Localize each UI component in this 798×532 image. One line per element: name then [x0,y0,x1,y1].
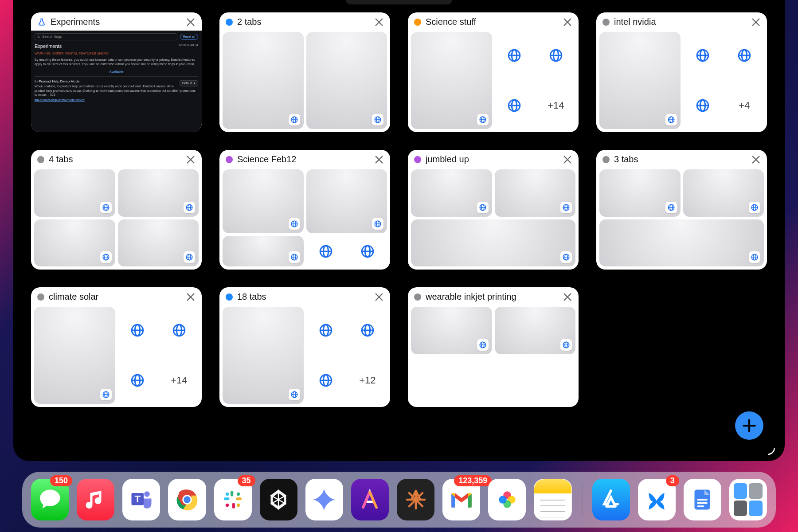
tab-group-card[interactable]: 18 tabs +12 [219,287,390,407]
tab-group-title: climate solar [49,292,181,302]
dock-app-teams[interactable]: T [122,479,160,520]
dock-app-docs[interactable] [684,479,721,520]
tab-thumbnail[interactable] [495,307,576,354]
tab-group-card[interactable]: Science stuff +14 [408,12,579,132]
more-tabs-count[interactable]: +4 [725,82,764,129]
tab-favicon [372,218,383,230]
tab-thumbnail[interactable] [348,307,387,354]
group-color-dot [37,156,44,163]
dock-app-perplexity[interactable] [260,479,297,520]
reset-all-button[interactable]: Reset all [180,34,198,39]
close-group-button[interactable] [374,17,384,27]
tab-group-header: 2 tabs [219,12,390,31]
dock-app-claude[interactable] [397,479,434,520]
tab-thumbnail[interactable] [223,307,304,404]
tab-thumbnail[interactable] [411,307,492,354]
close-group-button[interactable] [186,17,196,27]
tab-group-title: 4 tabs [49,154,181,164]
plus-icon [742,418,757,433]
tab-group-header: 3 tabs [596,150,767,168]
tab-thumbnail[interactable] [306,32,387,129]
more-tabs-count[interactable]: +14 [160,357,199,404]
tab-thumbnail[interactable] [683,82,722,129]
tab-thumbnail[interactable] [599,32,681,129]
tab-group-card[interactable]: intel nvidia +4 [596,12,767,132]
tab-thumbnail[interactable] [725,32,764,79]
close-group-button[interactable] [374,292,384,302]
close-group-button[interactable] [563,155,572,164]
tab-thumbnail[interactable] [599,169,681,217]
tab-favicon [560,251,572,263]
tab-thumbnail[interactable] [34,169,115,217]
tab-thumbnail[interactable] [118,219,199,267]
tab-thumbnail[interactable] [34,219,115,267]
dock-app-music[interactable] [77,479,114,520]
tab-favicon [477,202,489,213]
dock-app-aapp[interactable] [351,479,389,520]
dock-app-slack[interactable]: 35 [214,479,252,520]
search-placeholder: Search flags [42,35,62,39]
tab-thumbnail[interactable] [306,307,345,354]
tab-thumbnail[interactable] [599,219,764,267]
tab-group-card[interactable]: jumbled up [408,150,579,270]
tab-preview[interactable]: Search flags Reset all Experiments120.0.… [31,31,202,132]
tab-thumbnail[interactable] [118,307,157,354]
tab-thumbnail[interactable] [495,82,534,129]
tab-thumbnail[interactable] [34,307,115,404]
close-group-button[interactable] [751,155,761,164]
dock-app-notes[interactable] [534,479,571,520]
tab-thumbnail[interactable] [495,169,576,217]
flag-dropdown[interactable]: Default ▾ [180,80,198,86]
tab-group-card[interactable]: climate solar +14 [31,287,202,407]
tab-group-card[interactable]: 2 tabs [219,12,390,132]
tab-thumbnail[interactable] [118,357,157,404]
tab-group-card[interactable]: wearable inkjet printing [408,287,579,407]
close-group-button[interactable] [563,17,572,27]
tab-thumbnail[interactable] [411,32,492,129]
new-tab-group-button[interactable] [735,411,763,440]
tab-thumbnail[interactable] [348,236,387,266]
tab-group-card[interactable]: 4 tabs [31,150,202,270]
tab-thumbnail[interactable] [411,357,575,404]
dock-app-photos[interactable] [488,479,526,520]
dock-app-messages[interactable]: 150 [31,479,69,520]
more-tabs-count[interactable]: +12 [348,357,387,404]
tab-thumbnail[interactable] [536,32,575,79]
dock-app-gemini[interactable] [305,479,343,520]
globe-icon [185,203,193,211]
tab-favicon [372,114,383,125]
dock-app-gmail[interactable]: 123,359 [442,479,480,520]
tab-group-card[interactable]: 3 tabs [596,150,767,270]
tab-thumbnail[interactable] [306,357,345,404]
tab-thumbnail[interactable] [495,32,534,79]
tab-thumbnail[interactable] [118,169,199,217]
tab-thumbnail[interactable] [223,32,304,129]
dock-app-chrome[interactable] [168,479,206,520]
close-group-button[interactable] [563,292,572,302]
tab-group-card[interactable]: Science Feb12 [219,150,390,270]
tab-group-title: wearable inkjet printing [426,292,558,302]
close-group-button[interactable] [374,155,384,164]
notification-badge: 123,359 [454,475,492,486]
tab-thumbnail[interactable] [411,219,575,267]
tab-thumbnail[interactable] [306,169,387,233]
tab-thumbnail[interactable] [223,236,304,266]
tab-thumbnail[interactable] [306,236,345,266]
tab-thumbnail[interactable] [683,32,722,79]
more-tabs-count[interactable]: +14 [536,82,575,129]
tab-thumbnail[interactable] [683,169,764,217]
tab-group-card[interactable]: Experiments Search flags Reset all Exper… [31,12,202,132]
close-group-button[interactable] [186,155,196,164]
flag-link[interactable]: #in-product-help-demo-mode-choice [35,98,198,102]
close-group-button[interactable] [751,17,761,27]
close-group-button[interactable] [186,292,196,302]
tab-thumbnail[interactable] [160,307,199,354]
dock-app-split[interactable] [729,479,767,520]
available-tab[interactable]: Available [35,70,198,77]
dock-app-bluesky[interactable]: 3 [638,479,676,520]
search-input[interactable]: Search flags [35,33,177,40]
tab-thumbnail[interactable] [223,169,304,233]
dock-app-appstore[interactable] [592,479,630,520]
tab-thumbnail[interactable] [411,169,492,217]
tab-group-title: jumbled up [426,154,558,164]
